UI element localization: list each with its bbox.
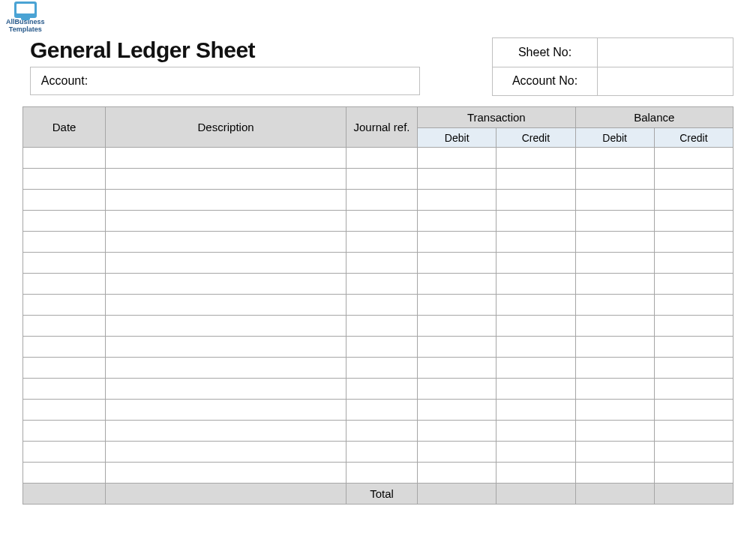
cell-t-credit[interactable] — [496, 148, 575, 169]
cell-description[interactable] — [106, 148, 346, 169]
cell-t-credit[interactable] — [496, 190, 575, 211]
cell-date[interactable] — [23, 337, 106, 358]
cell-journal-ref[interactable] — [346, 463, 417, 484]
cell-description[interactable] — [106, 253, 346, 274]
cell-t-debit[interactable] — [418, 211, 496, 232]
cell-t-debit[interactable] — [418, 274, 496, 295]
cell-date[interactable] — [23, 190, 106, 211]
cell-journal-ref[interactable] — [346, 190, 417, 211]
cell-t-debit[interactable] — [418, 169, 496, 190]
cell-t-debit[interactable] — [418, 148, 496, 169]
cell-b-debit[interactable] — [575, 253, 654, 274]
cell-b-credit[interactable] — [654, 169, 733, 190]
cell-journal-ref[interactable] — [346, 442, 417, 463]
cell-journal-ref[interactable] — [346, 148, 417, 169]
cell-journal-ref[interactable] — [346, 232, 417, 253]
cell-date[interactable] — [23, 169, 106, 190]
cell-b-credit[interactable] — [654, 442, 733, 463]
cell-journal-ref[interactable] — [346, 295, 417, 316]
cell-description[interactable] — [106, 169, 346, 190]
cell-description[interactable] — [106, 211, 346, 232]
cell-date[interactable] — [23, 463, 106, 484]
cell-journal-ref[interactable] — [346, 169, 417, 190]
cell-b-credit[interactable] — [654, 232, 733, 253]
cell-b-credit[interactable] — [654, 316, 733, 337]
cell-date[interactable] — [23, 379, 106, 400]
cell-t-debit[interactable] — [418, 232, 496, 253]
cell-date[interactable] — [23, 358, 106, 379]
cell-b-credit[interactable] — [654, 148, 733, 169]
cell-t-debit[interactable] — [418, 400, 496, 421]
cell-date[interactable] — [23, 421, 106, 442]
cell-b-credit[interactable] — [654, 211, 733, 232]
cell-t-debit[interactable] — [418, 421, 496, 442]
cell-description[interactable] — [106, 232, 346, 253]
cell-b-debit[interactable] — [575, 358, 654, 379]
cell-b-credit[interactable] — [654, 295, 733, 316]
cell-journal-ref[interactable] — [346, 379, 417, 400]
cell-t-debit[interactable] — [418, 295, 496, 316]
cell-b-debit[interactable] — [575, 148, 654, 169]
cell-description[interactable] — [106, 400, 346, 421]
cell-b-credit[interactable] — [654, 400, 733, 421]
cell-description[interactable] — [106, 358, 346, 379]
cell-b-credit[interactable] — [654, 274, 733, 295]
cell-date[interactable] — [23, 274, 106, 295]
cell-b-debit[interactable] — [575, 211, 654, 232]
cell-b-debit[interactable] — [575, 337, 654, 358]
cell-t-credit[interactable] — [496, 358, 575, 379]
cell-t-credit[interactable] — [496, 316, 575, 337]
cell-journal-ref[interactable] — [346, 211, 417, 232]
cell-t-debit[interactable] — [418, 190, 496, 211]
cell-t-credit[interactable] — [496, 421, 575, 442]
cell-journal-ref[interactable] — [346, 358, 417, 379]
cell-description[interactable] — [106, 295, 346, 316]
cell-b-credit[interactable] — [654, 253, 733, 274]
cell-t-credit[interactable] — [496, 211, 575, 232]
cell-b-debit[interactable] — [575, 295, 654, 316]
cell-description[interactable] — [106, 421, 346, 442]
cell-t-credit[interactable] — [496, 295, 575, 316]
cell-b-debit[interactable] — [575, 400, 654, 421]
cell-t-debit[interactable] — [418, 463, 496, 484]
cell-date[interactable] — [23, 253, 106, 274]
cell-t-credit[interactable] — [496, 400, 575, 421]
cell-t-credit[interactable] — [496, 232, 575, 253]
cell-t-debit[interactable] — [418, 358, 496, 379]
sheet-no-value[interactable] — [598, 38, 733, 67]
cell-t-credit[interactable] — [496, 379, 575, 400]
cell-description[interactable] — [106, 379, 346, 400]
cell-b-debit[interactable] — [575, 421, 654, 442]
cell-journal-ref[interactable] — [346, 253, 417, 274]
cell-journal-ref[interactable] — [346, 274, 417, 295]
account-value[interactable] — [98, 67, 419, 94]
cell-description[interactable] — [106, 190, 346, 211]
cell-b-debit[interactable] — [575, 274, 654, 295]
cell-t-debit[interactable] — [418, 253, 496, 274]
cell-t-debit[interactable] — [418, 379, 496, 400]
cell-date[interactable] — [23, 148, 106, 169]
cell-b-debit[interactable] — [575, 190, 654, 211]
cell-date[interactable] — [23, 295, 106, 316]
cell-t-debit[interactable] — [418, 442, 496, 463]
cell-description[interactable] — [106, 274, 346, 295]
cell-b-debit[interactable] — [575, 379, 654, 400]
cell-b-debit[interactable] — [575, 442, 654, 463]
account-no-value[interactable] — [598, 67, 733, 95]
cell-b-credit[interactable] — [654, 379, 733, 400]
cell-b-debit[interactable] — [575, 463, 654, 484]
cell-description[interactable] — [106, 316, 346, 337]
cell-journal-ref[interactable] — [346, 400, 417, 421]
cell-b-credit[interactable] — [654, 463, 733, 484]
cell-description[interactable] — [106, 463, 346, 484]
cell-date[interactable] — [23, 232, 106, 253]
cell-t-credit[interactable] — [496, 169, 575, 190]
cell-b-debit[interactable] — [575, 169, 654, 190]
cell-date[interactable] — [23, 442, 106, 463]
cell-description[interactable] — [106, 442, 346, 463]
cell-t-credit[interactable] — [496, 274, 575, 295]
cell-date[interactable] — [23, 316, 106, 337]
cell-b-credit[interactable] — [654, 358, 733, 379]
cell-t-debit[interactable] — [418, 316, 496, 337]
cell-b-credit[interactable] — [654, 337, 733, 358]
